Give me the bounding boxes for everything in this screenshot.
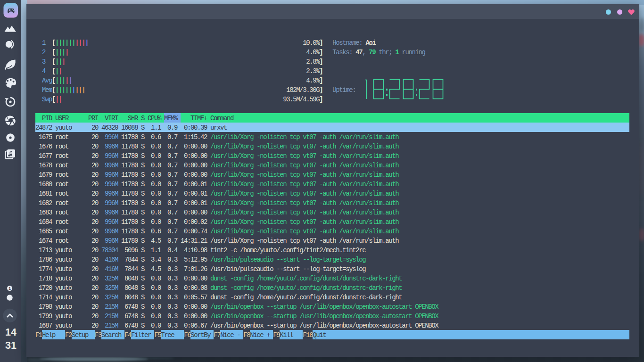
svg-text:1: 1 — [8, 286, 11, 291]
